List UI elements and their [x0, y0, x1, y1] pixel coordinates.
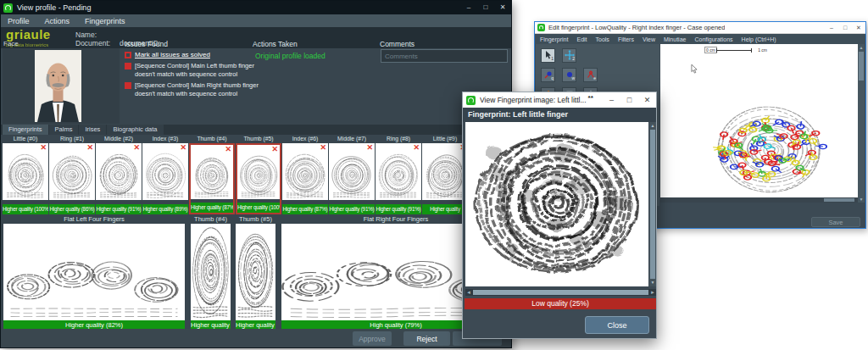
finger-label: Ring (#8): [376, 134, 421, 143]
minimize-icon[interactable]: –: [825, 22, 838, 34]
ridge-ending-tool[interactable]: q: [541, 68, 555, 82]
close-icon[interactable]: ✕: [638, 92, 656, 108]
profile-window: View profile - Pending – □ ✕ ProfileActi…: [0, 0, 512, 348]
editor-canvas[interactable]: 0 cm 1 cm: [660, 44, 858, 203]
checkbox-icon[interactable]: [125, 52, 131, 58]
scroll-left-icon[interactable]: ◄: [465, 289, 472, 296]
finger-cell-body: ✕Higher quality (100%): [236, 143, 281, 214]
fingerprint-image: [470, 125, 643, 283]
face-section-label: Face: [3, 40, 19, 47]
quality-badge: Higher quality (100%): [237, 203, 280, 213]
editor-titlebar[interactable]: Edit fingerprint - LowQuality - Right in…: [535, 22, 865, 34]
tool-shortcut: e: [593, 76, 596, 81]
quality-banner: Low quality (25%): [465, 298, 656, 309]
menu-item-profile[interactable]: Profile: [8, 17, 30, 25]
dot-tool[interactable]: w: [562, 68, 576, 82]
quality-badge: Higher quality (87%): [191, 203, 233, 213]
fingerprint-image: [51, 152, 93, 199]
fingerprint-cell[interactable]: ✕: [96, 143, 142, 200]
fingerprint-cell[interactable]: ✕: [237, 145, 280, 199]
fingerprint-cell[interactable]: ✕: [282, 143, 328, 200]
fingerprint-cell[interactable]: ✕: [49, 143, 95, 200]
scroll-down-icon[interactable]: ▼: [649, 279, 656, 286]
issue-item: [Sequence Control] Main Right thumb fing…: [125, 81, 262, 98]
viewer-titlebar[interactable]: View Fingerprint image: Left littl... **…: [463, 92, 656, 108]
close-button[interactable]: Close: [585, 316, 649, 334]
editor-menu-item-help-ctrl-h-[interactable]: Help (Ctrl+H): [742, 36, 776, 42]
maximize-icon[interactable]: □: [477, 1, 494, 14]
slap-image[interactable]: [236, 224, 275, 320]
move-tool[interactable]: 2: [562, 48, 576, 63]
editor-menu-bar: FingerprintEditToolsFiltersViewMinutiaeC…: [535, 34, 865, 44]
reject-button[interactable]: Reject: [403, 331, 450, 346]
finger-column-0: Little (#0)✕Higher quality (100%): [3, 134, 48, 214]
fingerprint-image: [144, 152, 186, 199]
scroll-right-icon[interactable]: ►: [649, 289, 656, 296]
finger-column-6: Index (#6)✕Higher quality (87%): [282, 134, 328, 214]
slap-label: Thumb (#4): [191, 214, 231, 224]
finger-cell-body: ✕Higher quality (100%): [3, 143, 48, 214]
viewer-window: View Fingerprint image: Left littl... **…: [462, 92, 657, 339]
viewer-horizontal-scrollbar[interactable]: ◄ ►: [465, 289, 656, 296]
minimize-icon[interactable]: –: [603, 92, 620, 108]
profile-titlebar[interactable]: View profile - Pending – □ ✕: [1, 1, 511, 14]
quality-badge: Higher quality (89%): [142, 204, 188, 214]
mouse-cursor-icon: [691, 64, 698, 74]
minimize-icon[interactable]: –: [460, 1, 477, 14]
editor-menu-item-minutiae[interactable]: Minutiae: [664, 36, 686, 42]
fingerprint-cell[interactable]: ✕: [422, 143, 468, 200]
slap-panel-0: Flat Left Four FingersHigher quality (82…: [3, 214, 185, 331]
scrollbar-thumb[interactable]: [473, 290, 648, 295]
scroll-down-icon[interactable]: ▼: [858, 196, 865, 203]
editor-menu-item-edit[interactable]: Edit: [576, 36, 587, 42]
finger-cell-body: ✕Higher quality (87%): [189, 143, 235, 214]
minutiae-fingerprint-image[interactable]: [699, 92, 843, 198]
tool-shortcut: w: [571, 76, 575, 81]
editor-vertical-scrollbar[interactable]: ▲ ▼: [858, 44, 865, 203]
maximize-icon[interactable]: □: [838, 22, 852, 34]
close-icon[interactable]: ✕: [494, 1, 511, 14]
editor-menu-item-view[interactable]: View: [643, 36, 655, 42]
fingerprint-cell[interactable]: ✕: [329, 143, 375, 200]
finger-cell-body: ✕Higher quality (89%): [142, 143, 188, 214]
comments-input[interactable]: [381, 49, 508, 63]
select-tool[interactable]: 1: [541, 48, 555, 63]
viewer-vertical-scrollbar[interactable]: ▲ ▼: [649, 122, 656, 286]
menu-item-fingerprints[interactable]: Fingerprints: [85, 17, 125, 25]
approve-button[interactable]: Approve: [353, 331, 392, 346]
fingerprint-viewport[interactable]: [465, 122, 648, 286]
window-title: View profile - Pending: [17, 3, 91, 12]
mark-all-label[interactable]: Mark all issues as solved: [135, 51, 210, 58]
quality-badge: Higher quality: [422, 204, 468, 214]
save-button[interactable]: Save: [811, 217, 860, 227]
bifurcation-tool[interactable]: e: [583, 68, 598, 82]
editor-menu-item-fingerprint[interactable]: Fingerprint: [540, 36, 568, 42]
finger-label: Index (#6): [282, 134, 328, 143]
fingerprint-cell[interactable]: ✕: [191, 145, 233, 199]
desktop: View profile - Pending – □ ✕ ProfileActi…: [0, 0, 868, 350]
finger-cell-body: ✕Higher quality (91%): [96, 143, 142, 214]
fingerprint-image: [331, 152, 373, 199]
finger-cell-body: ✕Higher quality (91%): [376, 143, 421, 214]
title-suffix: **: [588, 94, 593, 102]
slap-image[interactable]: [191, 224, 231, 320]
fingerprint-cell[interactable]: ✕: [3, 143, 48, 200]
fingerprint-cell[interactable]: ✕: [376, 143, 421, 200]
close-icon[interactable]: ✕: [852, 22, 865, 34]
mark-all-issues[interactable]: Mark all issues as solved: [125, 51, 210, 58]
editor-menu-item-configurations[interactable]: Configurations: [694, 36, 732, 42]
face-panel: [3, 48, 120, 124]
editor-horizontal-scrollbar[interactable]: [660, 197, 858, 203]
issue-text: [Sequence Control] Main Right thumb fing…: [135, 81, 262, 98]
menu-item-actions[interactable]: Actions: [45, 17, 70, 25]
editor-menu-item-filters[interactable]: Filters: [618, 36, 634, 42]
maximize-icon[interactable]: □: [620, 92, 638, 108]
face-photo[interactable]: [35, 50, 81, 122]
slap-image[interactable]: [3, 224, 185, 320]
editor-menu-item-tools[interactable]: Tools: [596, 36, 609, 42]
fingerprint-cell[interactable]: ✕: [142, 143, 188, 200]
scroll-up-icon[interactable]: ▲: [649, 122, 656, 130]
scroll-up-icon[interactable]: ▲: [858, 44, 865, 51]
issue-text: [Sequence Control] Main Left thumb finge…: [135, 62, 262, 79]
finger-cell-body: ✕Higher quality (86%): [49, 143, 95, 214]
